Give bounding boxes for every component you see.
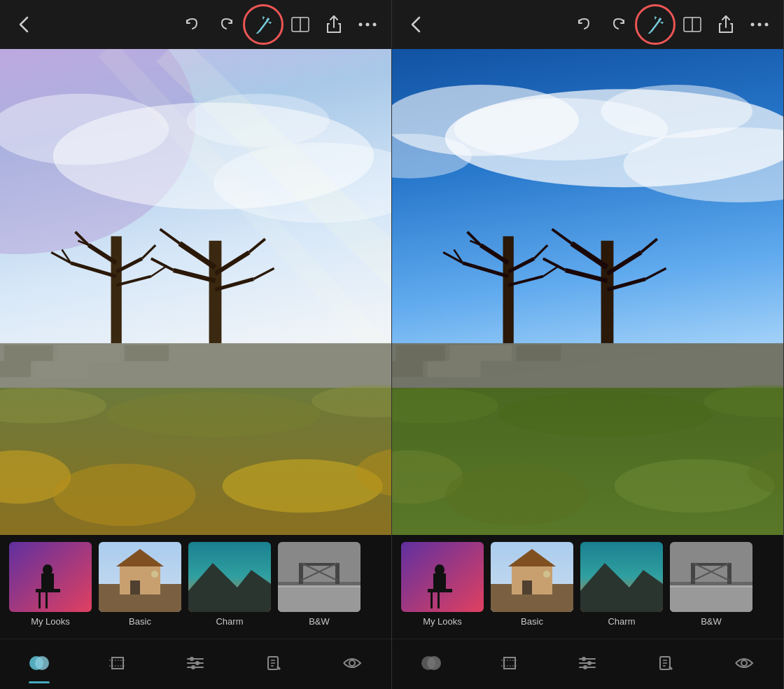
svg-rect-36 (111, 236, 122, 343)
nav-edit-right[interactable] (645, 646, 687, 681)
redo-button-left[interactable] (211, 9, 241, 40)
undo-button-left[interactable] (177, 9, 208, 40)
svg-point-188 (741, 660, 747, 666)
svg-rect-63 (46, 580, 48, 584)
filter-charm-left[interactable]: Charm (185, 542, 274, 627)
svg-point-127 (445, 464, 588, 526)
svg-rect-81 (112, 657, 123, 669)
svg-point-87 (190, 657, 194, 661)
filter-label-my-looks-left: My Looks (31, 616, 70, 627)
svg-rect-80 (278, 587, 360, 612)
svg-rect-130 (503, 236, 514, 343)
svg-point-100 (655, 17, 657, 18)
svg-rect-23 (4, 345, 53, 361)
filter-charm-right[interactable]: Charm (577, 542, 666, 627)
filter-thumb-my-looks-left (9, 542, 92, 612)
svg-point-7 (270, 22, 271, 24)
right-filter-panel: My Looks (392, 535, 783, 689)
left-panel: My Looks (0, 0, 392, 689)
svg-rect-58 (46, 591, 48, 608)
share-button-left[interactable] (318, 9, 349, 40)
svg-rect-118 (449, 345, 512, 361)
filter-label-charm-right: Charm (608, 616, 635, 627)
filter-basic-left[interactable]: Basic (95, 542, 185, 627)
split-view-button-right[interactable] (677, 9, 708, 40)
svg-line-96 (649, 31, 652, 34)
filter-thumb-my-looks-right (401, 542, 484, 612)
nav-sliders-left[interactable] (174, 646, 216, 681)
svg-rect-162 (522, 580, 532, 594)
svg-point-33 (53, 464, 196, 526)
svg-point-106 (758, 23, 762, 27)
svg-rect-154 (428, 589, 452, 592)
svg-rect-119 (517, 345, 561, 361)
filter-label-bw-left: B&W (309, 616, 330, 627)
svg-rect-26 (0, 361, 31, 377)
nav-eye-right[interactable] (723, 646, 765, 681)
left-filter-panel: My Looks (0, 535, 391, 689)
nav-sliders-right[interactable] (566, 646, 608, 681)
filter-basic-right[interactable]: Basic (487, 542, 577, 627)
svg-rect-141 (601, 241, 614, 343)
filter-thumb-charm-right (580, 542, 663, 612)
back-button-right[interactable] (400, 9, 431, 40)
filter-label-bw-right: B&W (701, 616, 722, 627)
nav-crop-right[interactable] (489, 646, 531, 681)
svg-rect-152 (438, 591, 440, 608)
svg-point-10 (359, 23, 363, 27)
magic-wand-button-left[interactable] (248, 9, 279, 40)
filter-label-charm-left: Charm (216, 616, 243, 627)
svg-point-11 (366, 23, 370, 27)
filter-label-basic-left: Basic (129, 616, 151, 627)
svg-rect-47 (209, 241, 222, 343)
left-toolbar (0, 0, 391, 49)
svg-rect-121 (427, 361, 480, 377)
nav-layers-right[interactable] (410, 646, 452, 681)
right-panel: My Looks (392, 0, 784, 689)
svg-rect-170 (727, 563, 732, 584)
more-button-left[interactable] (352, 9, 383, 40)
svg-point-6 (268, 18, 270, 20)
photo-right (392, 49, 783, 535)
right-filter-row: My Looks (392, 542, 783, 639)
svg-rect-169 (691, 563, 695, 584)
svg-line-1 (257, 31, 260, 34)
svg-point-105 (751, 23, 755, 27)
share-button-right[interactable] (710, 9, 741, 40)
nav-eye-left[interactable] (331, 646, 373, 681)
svg-rect-153 (430, 591, 433, 608)
svg-point-89 (191, 665, 195, 669)
svg-point-101 (660, 18, 662, 20)
svg-rect-68 (130, 580, 140, 594)
svg-rect-24 (57, 345, 120, 361)
nav-crop-left[interactable] (97, 646, 139, 681)
magic-wand-button-right[interactable] (640, 9, 671, 40)
redo-button-right[interactable] (603, 9, 634, 40)
filter-thumb-bw-left (278, 542, 360, 612)
svg-point-69 (151, 571, 158, 578)
svg-rect-74 (278, 582, 360, 585)
undo-button-right[interactable] (569, 9, 600, 40)
nav-edit-left[interactable] (253, 646, 295, 681)
svg-point-163 (543, 571, 550, 578)
nav-layers-left[interactable] (18, 646, 60, 681)
right-nav-bar (392, 639, 783, 689)
svg-line-95 (652, 20, 660, 31)
svg-rect-27 (35, 361, 88, 377)
svg-point-5 (263, 17, 265, 18)
filter-my-looks-left[interactable]: My Looks (6, 542, 95, 627)
split-view-button-left[interactable] (285, 9, 316, 40)
svg-rect-175 (504, 657, 515, 669)
svg-rect-60 (36, 589, 60, 592)
svg-point-181 (582, 657, 586, 661)
svg-rect-168 (670, 582, 752, 585)
svg-rect-25 (125, 345, 169, 361)
svg-point-102 (662, 22, 663, 24)
back-button-left[interactable] (8, 9, 39, 40)
svg-rect-76 (335, 563, 340, 584)
filter-bw-left[interactable]: B&W (274, 542, 364, 627)
filter-bw-right[interactable]: B&W (666, 542, 756, 627)
more-button-right[interactable] (744, 9, 775, 40)
filter-my-looks-right[interactable]: My Looks (398, 542, 487, 627)
svg-rect-75 (299, 563, 303, 584)
